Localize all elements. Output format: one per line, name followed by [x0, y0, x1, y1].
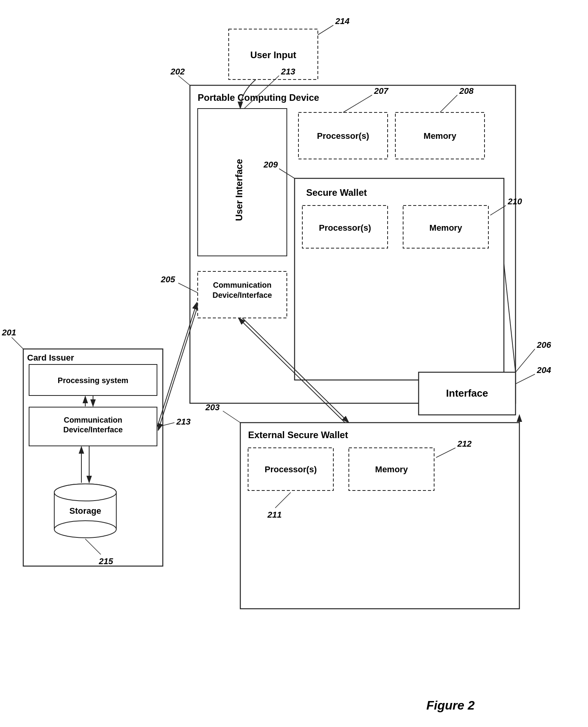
svg-text:204: 204: [536, 365, 551, 375]
svg-text:205: 205: [160, 275, 175, 284]
svg-text:208: 208: [459, 86, 474, 96]
svg-line-12: [12, 337, 23, 349]
svg-line-67: [516, 374, 535, 384]
svg-line-20: [318, 25, 333, 35]
svg-line-55: [223, 411, 240, 423]
svg-text:Secure Wallet: Secure Wallet: [306, 187, 367, 198]
svg-text:Memory: Memory: [375, 465, 408, 474]
svg-text:212: 212: [457, 439, 472, 449]
svg-line-69: [516, 349, 535, 372]
svg-text:202: 202: [170, 67, 185, 76]
svg-text:External Secure Wallet: External Secure Wallet: [248, 430, 348, 440]
svg-text:Communication: Communication: [64, 416, 122, 424]
svg-text:User Input: User Input: [250, 50, 297, 60]
svg-text:Portable Computing Device: Portable Computing Device: [198, 92, 319, 103]
svg-text:Processing system: Processing system: [58, 376, 128, 385]
svg-text:Memory: Memory: [424, 131, 457, 141]
svg-text:Processor(s): Processor(s): [265, 465, 317, 474]
svg-text:210: 210: [507, 197, 522, 206]
svg-text:213: 213: [176, 417, 191, 427]
svg-text:User Interface: User Interface: [234, 159, 244, 221]
svg-line-24: [178, 76, 190, 85]
svg-text:214: 214: [335, 16, 350, 26]
svg-text:Communication: Communication: [213, 281, 271, 289]
diagram-svg: Card Issuer Processing system Communicat…: [0, 0, 588, 727]
svg-text:Device/Interface: Device/Interface: [63, 425, 122, 434]
svg-text:Storage: Storage: [69, 506, 101, 516]
svg-text:Figure 2: Figure 2: [426, 698, 475, 712]
svg-text:Processor(s): Processor(s): [319, 223, 371, 233]
diagram: Card Issuer Processing system Communicat…: [0, 0, 588, 727]
svg-text:211: 211: [267, 510, 282, 520]
svg-text:207: 207: [374, 86, 389, 96]
svg-text:Processor(s): Processor(s): [317, 131, 369, 141]
svg-point-11: [54, 484, 116, 501]
svg-text:Interface: Interface: [446, 387, 488, 399]
svg-text:Memory: Memory: [429, 223, 462, 233]
svg-text:201: 201: [2, 328, 16, 337]
svg-text:203: 203: [205, 402, 220, 412]
svg-text:209: 209: [263, 160, 278, 169]
svg-text:213: 213: [281, 67, 295, 76]
svg-text:Card Issuer: Card Issuer: [27, 353, 74, 363]
svg-text:Device/Interface: Device/Interface: [212, 291, 272, 299]
svg-point-9: [54, 521, 116, 538]
svg-text:206: 206: [536, 340, 551, 350]
svg-text:215: 215: [98, 556, 113, 566]
